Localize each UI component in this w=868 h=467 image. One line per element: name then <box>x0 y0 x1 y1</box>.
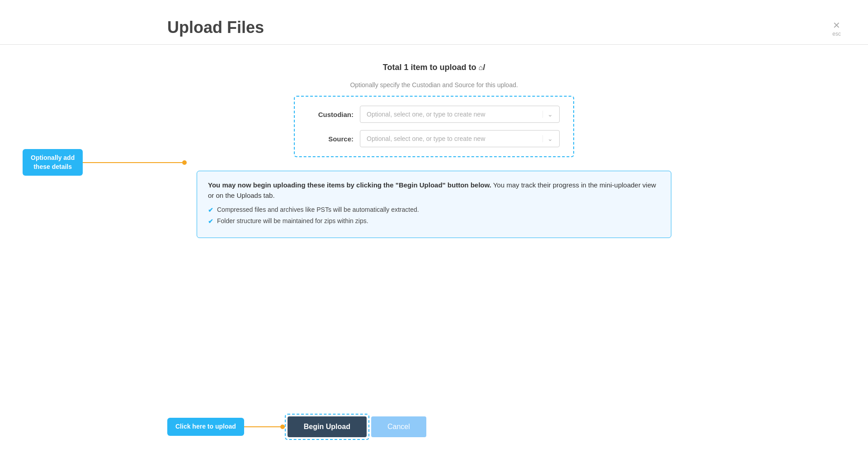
esc-label: esc <box>832 31 841 37</box>
actions-bar: Click here to upload Begin Upload Cancel <box>0 414 868 440</box>
home-icon: ⌂ <box>478 64 483 72</box>
info-box-bold: You may now begin uploading these items … <box>208 181 491 189</box>
annotation-optionally: Optionally add these details <box>23 149 187 176</box>
optionally-add-tooltip: Optionally add these details <box>23 149 83 176</box>
upload-summary: Total 1 item to upload to ⌂/ <box>167 63 701 72</box>
info-list: ✔ Compressed files and archives like PST… <box>208 206 660 225</box>
custodian-placeholder: Optional, select one, or type to create … <box>367 111 485 118</box>
custodian-select[interactable]: Optional, select one, or type to create … <box>360 106 560 123</box>
close-icon: ✕ <box>833 21 840 30</box>
chevron-down-icon: ⌄ <box>542 111 553 118</box>
form-section: Custodian: Optional, select one, or type… <box>294 96 574 157</box>
annotation-line-upload <box>244 426 280 427</box>
main-content: Total 1 item to upload to ⌂/ Optionally … <box>0 45 868 238</box>
info-box: You may now begin uploading these items … <box>197 171 671 238</box>
source-label: Source: <box>308 135 354 143</box>
begin-upload-wrapper: Begin Upload <box>285 414 369 440</box>
check-icon-1: ✔ <box>208 206 213 214</box>
page-container: Upload Files ✕ esc Total 1 item to uploa… <box>0 0 868 467</box>
check-icon-2: ✔ <box>208 218 213 225</box>
esc-button[interactable]: ✕ esc <box>832 21 841 37</box>
bullet-2: Folder structure will be maintained for … <box>217 217 368 224</box>
annotation-dot-optionally <box>182 160 187 165</box>
click-here-tooltip[interactable]: Click here to upload <box>167 418 244 436</box>
custodian-row: Custodian: Optional, select one, or type… <box>308 106 560 123</box>
annotation-line-optionally <box>83 162 182 163</box>
list-item: ✔ Folder structure will be maintained fo… <box>208 217 660 225</box>
bullet-1: Compressed files and archives like PSTs … <box>217 206 419 213</box>
source-placeholder: Optional, select one, or type to create … <box>367 135 485 142</box>
list-item: ✔ Compressed files and archives like PST… <box>208 206 660 214</box>
annotation-dot-upload <box>280 425 285 429</box>
source-select[interactable]: Optional, select one, or type to create … <box>360 130 560 147</box>
cancel-button[interactable]: Cancel <box>371 416 426 437</box>
upload-annotation-group: Click here to upload <box>167 418 285 436</box>
chevron-down-icon-2: ⌄ <box>542 135 553 142</box>
header: Upload Files ✕ esc <box>0 0 868 45</box>
custodian-label: Custodian: <box>308 111 354 118</box>
optional-hint: Optionally specify the Custodian and Sou… <box>167 81 701 89</box>
page-title: Upload Files <box>167 18 264 37</box>
source-row: Source: Optional, select one, or type to… <box>308 130 560 147</box>
begin-upload-button[interactable]: Begin Upload <box>288 416 367 437</box>
info-box-description: You may now begin uploading these items … <box>208 180 660 201</box>
